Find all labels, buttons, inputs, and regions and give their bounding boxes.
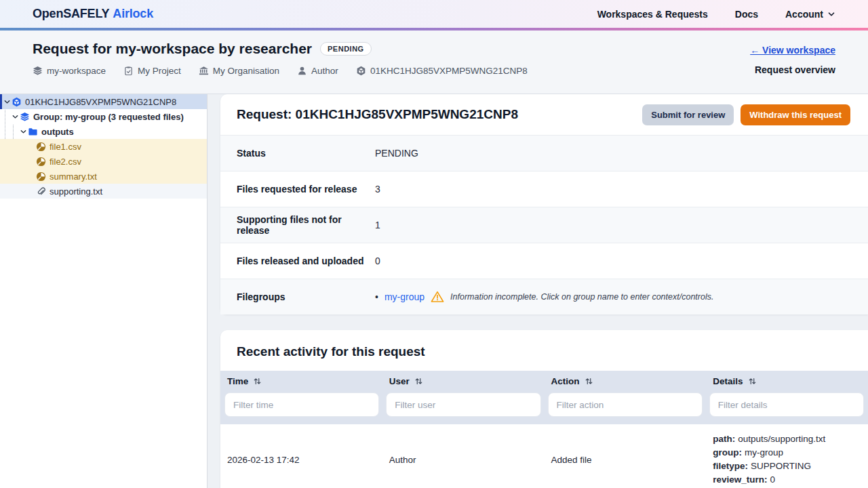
activity-filter-row <box>220 392 868 424</box>
activity-table-header: Time User Action Details <box>220 371 868 392</box>
sort-icon[interactable] <box>414 377 423 386</box>
logo-secondary: Airlock <box>113 7 153 20</box>
main-panel: Request: 01KHC1HJG85VXPMP5WNG21CNP8 Subm… <box>208 94 868 488</box>
meta-author: Author <box>297 66 338 76</box>
breadcrumb: my-workspace My Project My Organisation … <box>33 66 528 76</box>
nav-docs[interactable]: Docs <box>735 9 758 20</box>
meta-project: My Project <box>123 66 181 76</box>
logo-primary: OpenSAFELY <box>33 7 109 20</box>
cube-icon <box>356 66 366 76</box>
sort-icon[interactable] <box>253 377 262 386</box>
tree-item-file2[interactable]: file2.csv <box>0 154 207 169</box>
tree-item-file1[interactable]: file1.csv <box>0 139 207 154</box>
activity-details-cell: path:outputs/supporting.txt group:my-gro… <box>706 432 868 487</box>
tree-item-group[interactable]: Group: my-group (3 requested files) <box>0 109 207 124</box>
detail-row-files-requested: Files requested for release 3 <box>220 171 868 207</box>
tree-item-summary[interactable]: summary.txt <box>0 169 207 184</box>
request-overview-label: Request overview <box>755 64 835 75</box>
filegroup-link[interactable]: my-group <box>384 291 425 302</box>
filter-action-input[interactable] <box>548 392 703 417</box>
layers-icon <box>33 66 43 76</box>
bullet-point <box>375 291 378 302</box>
column-header-user[interactable]: User <box>382 371 545 392</box>
column-header-details[interactable]: Details <box>706 371 868 392</box>
filter-details-input[interactable] <box>709 392 864 417</box>
top-navbar: OpenSAFELYAirlock Workspaces & Requests … <box>0 0 868 28</box>
tree-item-request-root[interactable]: 01KHC1HJG85VXPMP5WNG21CNP8 <box>0 94 207 109</box>
output-file-icon <box>36 157 46 167</box>
column-header-action[interactable]: Action <box>545 371 707 392</box>
nav-account-menu[interactable]: Account <box>785 9 835 20</box>
paperclip-icon <box>36 186 46 197</box>
page-header-left: Request for my-workspace by researcher P… <box>33 41 528 94</box>
detail-row-status: Status PENDING <box>220 135 868 171</box>
status-badge: PENDING <box>320 42 372 56</box>
activity-row: 2026-02-13 17:42 Author Added file path:… <box>220 424 868 488</box>
detail-row-files-released: Files released and uploaded 0 <box>220 243 868 279</box>
chevron-down-icon <box>827 10 835 18</box>
detail-row-filegroups: Filegroups my-group Information incomple… <box>220 279 868 314</box>
activity-user-cell: Author <box>382 432 545 487</box>
warning-icon <box>431 290 444 304</box>
sort-icon[interactable] <box>748 377 757 386</box>
view-workspace-link[interactable]: ← View workspace <box>750 45 835 56</box>
folder-icon <box>28 127 38 137</box>
filegroup-warning-note: Information incomplete. Click on group n… <box>450 292 713 302</box>
chevron-down-icon[interactable] <box>2 98 12 106</box>
recent-activity-card: Recent activity for this request Time Us… <box>220 330 868 488</box>
meta-organisation: My Organisation <box>199 66 279 76</box>
meta-workspace: my-workspace <box>33 66 106 76</box>
app-logo[interactable]: OpenSAFELYAirlock <box>33 7 153 21</box>
user-icon <box>297 66 307 76</box>
nav-links: Workspaces & Requests Docs Account <box>597 9 835 20</box>
filter-user-input[interactable] <box>386 392 540 417</box>
cube-icon <box>12 97 22 107</box>
request-details-table: Status PENDING Files requested for relea… <box>220 135 868 314</box>
page-header-right: ← View workspace Request overview <box>750 41 835 94</box>
withdraw-request-button[interactable]: Withdraw this request <box>741 104 850 125</box>
clipboard-icon <box>123 66 134 76</box>
page-header: Request for my-workspace by researcher P… <box>0 30 868 94</box>
sort-icon[interactable] <box>585 377 593 386</box>
tree-item-supporting[interactable]: supporting.txt <box>0 184 207 199</box>
request-card-title: Request: 01KHC1HJG85VXPMP5WNG21CNP8 <box>237 107 518 122</box>
bank-icon <box>199 66 209 76</box>
meta-request-id: 01KHC1HJG85VXPMP5WNG21CNP8 <box>356 66 528 76</box>
activity-action-cell: Added file <box>545 432 707 487</box>
layers-icon <box>20 112 30 122</box>
chevron-down-icon[interactable] <box>18 128 28 136</box>
filter-time-input[interactable] <box>224 392 379 417</box>
tree-item-outputs-folder[interactable]: outputs <box>0 124 207 139</box>
activity-title: Recent activity for this request <box>237 344 852 359</box>
submit-for-review-button[interactable]: Submit for review <box>642 104 734 125</box>
column-header-time[interactable]: Time <box>220 371 382 392</box>
detail-row-supporting-files: Supporting files not for release 1 <box>220 207 868 243</box>
file-tree-sidebar: 01KHC1HJG85VXPMP5WNG21CNP8 Group: my-gro… <box>0 94 208 488</box>
output-file-icon <box>36 171 46 182</box>
output-file-icon <box>36 142 46 152</box>
chevron-down-icon[interactable] <box>10 113 20 121</box>
activity-time-cell: 2026-02-13 17:42 <box>220 432 382 487</box>
nav-workspaces-requests[interactable]: Workspaces & Requests <box>597 9 708 20</box>
content-area: 01KHC1HJG85VXPMP5WNG21CNP8 Group: my-gro… <box>0 94 868 488</box>
request-overview-card: Request: 01KHC1HJG85VXPMP5WNG21CNP8 Subm… <box>220 94 868 314</box>
page-title: Request for my-workspace by researcher <box>33 41 312 57</box>
